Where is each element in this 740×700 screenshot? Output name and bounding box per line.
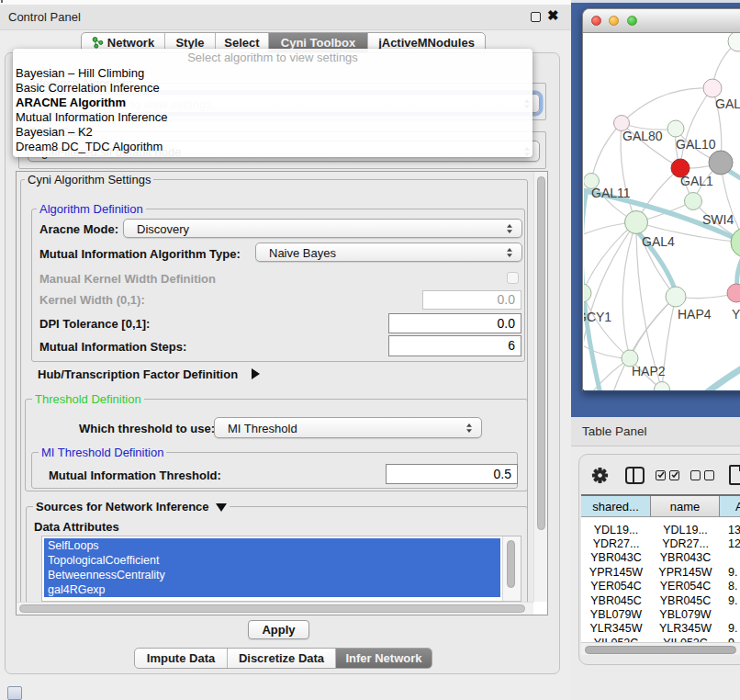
table-cell[interactable]: YBL079W [581, 608, 651, 621]
table-cell[interactable]: YDR27... [581, 537, 651, 550]
table-cell[interactable]: YLR345W [581, 622, 651, 635]
manual-kernel-width-checkbox[interactable] [507, 272, 519, 284]
close-icon[interactable]: ✖ [547, 7, 559, 24]
dropdown-item[interactable]: Bayesian – Hill Climbing [13, 66, 533, 81]
network-edge[interactable] [622, 222, 636, 358]
table-column-header[interactable]: name [651, 496, 720, 517]
network-edge-thick[interactable] [737, 255, 740, 288]
deselect-all-columns-icon[interactable] [690, 470, 714, 480]
table-cell[interactable]: YDR27... [651, 537, 720, 550]
table-cell[interactable]: 12 [728, 537, 740, 550]
window-close-icon[interactable] [591, 16, 601, 26]
network-node-gal10[interactable] [667, 120, 684, 137]
hub-section-label[interactable]: Hub/Transcription Factor Definition [38, 367, 238, 381]
data-attributes-list[interactable]: SelfLoopsTopologicalCoefficientBetweenne… [41, 536, 521, 602]
table-cell[interactable]: 8. [728, 580, 737, 593]
table-cell[interactable]: YDL19... [581, 524, 651, 536]
dropdown-item[interactable]: ARACNE Algorithm [13, 96, 533, 110]
table-cell[interactable]: 9. [728, 622, 737, 635]
mi-threshold-field[interactable]: 0.5 [386, 464, 518, 484]
tab-infer-network[interactable]: Infer Network [336, 649, 432, 668]
table-horizontal-scrollbar[interactable] [581, 642, 740, 655]
dropdown-item[interactable]: Bayesian – K2 [13, 125, 533, 140]
combo-arrows-icon [465, 423, 473, 433]
dropdown-item[interactable]: Dream8 DC_TDC Algorithm [13, 140, 533, 154]
network-node-gcy1[interactable] [584, 284, 591, 302]
table-column-header[interactable]: shared... [581, 496, 651, 517]
network-edge-thick[interactable] [702, 365, 740, 390]
gear-icon[interactable] [591, 467, 609, 484]
network-window: GAL2GAL80GAL10GAL1GAL11SWI4GAL4GCY1HAP4Y… [582, 8, 740, 392]
network-edge[interactable] [591, 123, 622, 181]
network-node-bot1[interactable] [655, 382, 670, 391]
network-edge[interactable] [630, 297, 676, 358]
mi-threshold-label: Mutual Information Threshold: [49, 469, 221, 482]
network-icon [92, 37, 104, 49]
control-panel-title: Control Panel [8, 10, 81, 24]
table-cell[interactable]: YPR145W [581, 566, 651, 579]
aracne-mode-combo[interactable]: Discovery [123, 219, 522, 238]
columns-icon[interactable] [625, 467, 645, 484]
network-window-titlebar[interactable] [583, 9, 740, 33]
collapse-arrow-icon[interactable] [216, 503, 227, 512]
tab-impute-data[interactable]: Impute Data [135, 649, 228, 668]
scrollbar-thumb[interactable] [507, 540, 515, 588]
dropdown-item[interactable]: Mutual Information Inference [13, 110, 533, 125]
table-cell[interactable]: YLR345W [651, 622, 720, 635]
kernel-width-field[interactable]: 0.0 [422, 290, 521, 310]
table-cell[interactable]: YBR045C [581, 594, 651, 607]
network-node-pinkr[interactable] [727, 284, 740, 302]
table-column-header[interactable]: A [720, 496, 740, 517]
attribute-item[interactable]: BetweennessCentrality [44, 568, 500, 582]
attribute-item[interactable]: SelfLoops [44, 538, 500, 553]
table-cell[interactable]: YBR043C [581, 551, 651, 564]
table-cell[interactable]: 9. [728, 594, 737, 607]
network-node-gal4[interactable] [625, 211, 648, 234]
network-node-bigr[interactable] [731, 228, 740, 257]
scrollbar-thumb[interactable] [19, 604, 525, 613]
status-corner-icon[interactable] [7, 686, 22, 700]
float-window-icon[interactable] [531, 12, 541, 22]
top-left-tick [1, 0, 3, 3]
mi-steps-field[interactable]: 6 [388, 335, 521, 356]
expand-arrow-icon[interactable] [252, 368, 260, 379]
network-node-gray1[interactable] [709, 151, 733, 175]
table-cell[interactable]: YDL19... [651, 524, 720, 536]
network-canvas[interactable]: GAL2GAL80GAL10GAL1GAL11SWI4GAL4GCY1HAP4Y… [584, 33, 740, 390]
tab-discretize-data-label: Discretize Data [239, 651, 324, 665]
document-icon[interactable] [729, 465, 740, 485]
tab-discretize-data[interactable]: Discretize Data [228, 649, 336, 668]
mi-steps-label: Mutual Information Steps: [39, 340, 186, 354]
table-cell[interactable]: 13 [728, 524, 740, 536]
which-threshold-label: Which threshold to use: [79, 422, 215, 435]
attributes-list-scrollbar[interactable] [502, 536, 521, 601]
table-cell[interactable]: 9. [728, 566, 737, 579]
scrollbar-thumb[interactable] [585, 646, 736, 654]
table-cell[interactable]: YBR043C [651, 551, 720, 564]
settings-content: Cyni Algorithm Settings Algorithm Defini… [17, 172, 534, 603]
table-cell[interactable]: YER054C [651, 580, 720, 593]
network-node-label: HAP2 [632, 364, 666, 378]
dropdown-item[interactable]: Basic Correlation Inference [13, 81, 533, 96]
which-threshold-combo[interactable]: MI Threshold [214, 417, 482, 438]
table-cell[interactable]: YBR045C [651, 594, 720, 607]
mi-algorithm-type-combo[interactable]: Naive Bayes [255, 243, 522, 262]
attribute-item[interactable]: TopologicalCoefficient [44, 553, 500, 568]
table-cell[interactable]: YPR145W [651, 566, 720, 579]
network-node-gal2[interactable] [703, 79, 722, 97]
settings-horizontal-scrollbar[interactable] [17, 602, 534, 615]
attribute-item[interactable]: gal4RGexp [44, 582, 500, 597]
scrollbar-thumb[interactable] [537, 176, 545, 530]
settings-vertical-scrollbar[interactable] [533, 172, 547, 603]
apply-button[interactable]: Apply [248, 620, 309, 639]
dpi-tolerance-field[interactable]: 0.0 [388, 313, 521, 333]
aracne-mode-label: Aracne Mode: [39, 222, 118, 236]
network-node-hap4[interactable] [666, 287, 686, 307]
table-cell[interactable]: YBL079W [651, 608, 720, 621]
network-node-swi4[interactable] [685, 193, 702, 210]
table-cell[interactable]: YER054C [581, 580, 651, 593]
window-minimize-icon[interactable] [609, 16, 619, 26]
network-edge[interactable] [622, 88, 712, 123]
select-all-columns-icon[interactable] [656, 470, 679, 480]
window-zoom-icon[interactable] [627, 16, 637, 26]
